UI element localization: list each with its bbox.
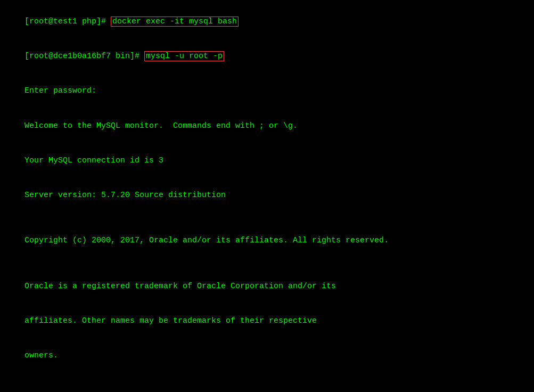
blank-1: [5, 213, 529, 224]
line-server-version: Server version: 5.7.20 Source distributi…: [5, 178, 529, 213]
line-connection-id: Your MySQL connection id is 3: [5, 143, 529, 178]
line-mysql-login: [root@dce1b0a16bf7 bin]# mysql -u root -…: [5, 39, 529, 74]
cmd-mysql-login: mysql -u root -p: [144, 51, 224, 61]
line-oracle-3: owners.: [5, 338, 529, 373]
cmd-docker-exec: docker exec -it mysql bash: [111, 17, 239, 27]
blank-2: [5, 258, 529, 269]
line-welcome: Welcome to the MySQL monitor. Commands e…: [5, 109, 529, 143]
prompt-2: [root@dce1b0a16bf7 bin]#: [24, 52, 144, 61]
terminal-window[interactable]: [root@test1 php]# docker exec -it mysql …: [0, 0, 534, 392]
line-type-help: Type 'help;' or '\h' for help. Type '\c'…: [5, 384, 529, 393]
prompt-1: [root@test1 php]#: [24, 17, 111, 26]
line-oracle-1: Oracle is a registered trademark of Orac…: [5, 269, 529, 304]
line-enter-password: Enter password:: [5, 74, 529, 109]
line-copyright: Copyright (c) 2000, 2017, Oracle and/or …: [5, 224, 529, 258]
line-docker-exec: [root@test1 php]# docker exec -it mysql …: [5, 4, 529, 39]
line-oracle-2: affiliates. Other names may be trademark…: [5, 304, 529, 338]
blank-3: [5, 373, 529, 384]
